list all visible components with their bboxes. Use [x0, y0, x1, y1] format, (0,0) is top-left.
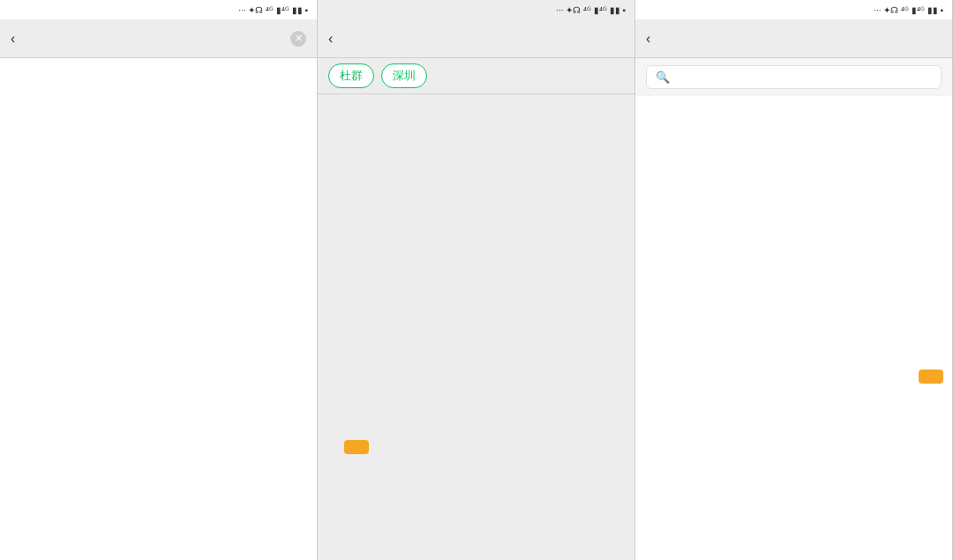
active-tag-shenzhen[interactable]: 深圳: [381, 63, 427, 88]
icons-1: ··· ✦☊ ⁴ᴳ ▮⁴ᴳ ▮▮ ▪: [238, 5, 308, 15]
panel-3: ··· ✦☊ ⁴ᴳ ▮⁴ᴳ ▮▮ ▪ ‹ 🔍: [635, 0, 953, 560]
nav-bar-3: ‹: [635, 19, 952, 58]
all-labels-title: [318, 94, 634, 107]
active-tags-bar: 杜群 深圳: [318, 58, 634, 94]
clear-button-1[interactable]: ✕: [290, 31, 306, 47]
add-tag-input[interactable]: [434, 72, 448, 79]
back-button-3[interactable]: ‹: [646, 31, 650, 47]
icons-2: ··· ✦☊ ⁴ᴳ ▮⁴ᴳ ▮▮ ▪: [556, 5, 626, 15]
nav-bar-2: ‹: [318, 19, 634, 58]
panel-2: ··· ✦☊ ⁴ᴳ ▮⁴ᴳ ▮▮ ▪ ‹ 杜群 深圳: [318, 0, 635, 560]
panel-1: ··· ✦☊ ⁴ᴳ ▮⁴ᴳ ▮▮ ▪ ‹ ✕: [0, 0, 318, 560]
search-icon-3: 🔍: [656, 71, 670, 84]
method-label-2: [919, 370, 943, 384]
back-button-1[interactable]: ‹: [11, 31, 15, 47]
active-tag-duqun[interactable]: 杜群: [328, 63, 374, 88]
contact-list-3: [635, 96, 952, 560]
nav-bar-1: ‹ ✕: [0, 19, 317, 58]
labels-grid: [318, 107, 634, 117]
search-input-wrap-3[interactable]: 🔍: [646, 65, 942, 89]
search-bar-3: 🔍: [635, 58, 952, 96]
icons-3: ··· ✦☊ ⁴ᴳ ▮⁴ᴳ ▮▮ ▪: [874, 5, 943, 15]
status-bar-1: ··· ✦☊ ⁴ᴳ ▮⁴ᴳ ▮▮ ▪: [0, 0, 317, 19]
contact-list-1: [0, 58, 317, 560]
back-button-2[interactable]: ‹: [328, 31, 333, 47]
method-label-1: [344, 440, 369, 454]
status-bar-3: ··· ✦☊ ⁴ᴳ ▮⁴ᴳ ▮▮ ▪: [635, 0, 952, 19]
status-bar-2: ··· ✦☊ ⁴ᴳ ▮⁴ᴳ ▮▮ ▪: [318, 0, 634, 19]
